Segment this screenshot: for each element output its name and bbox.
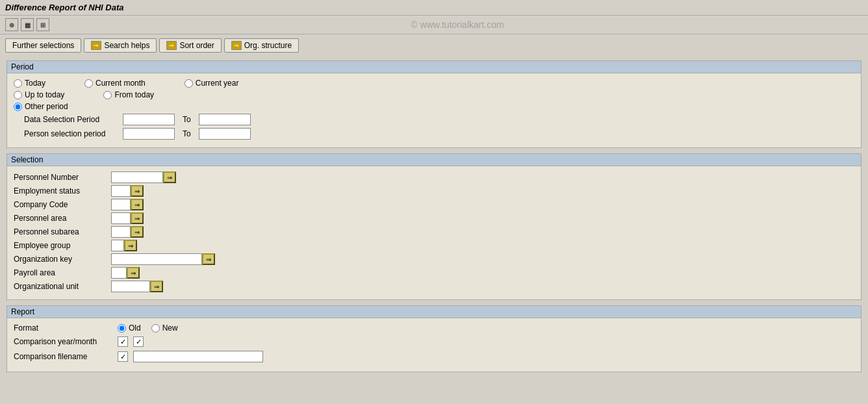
personnel-area-row: Personnel area ⇒ [14, 212, 854, 224]
employment-status-row: Employment status ⇒ [14, 185, 854, 197]
period-section-header: Period [7, 61, 861, 73]
radio-from-today-label: From today [114, 90, 154, 99]
radio-current-month-input[interactable] [84, 79, 93, 88]
org-structure-label: Org. structure [244, 41, 292, 50]
radio-other-period-label: Other period [25, 102, 68, 111]
report-section-body: Format Old New Comparison year/month ✓ ✓ [7, 318, 861, 372]
personnel-area-arrow-btn[interactable]: ⇒ [131, 212, 144, 224]
employee-group-label: Employee group [14, 241, 111, 250]
comparison-filename-row: Comparison filename ✓ [14, 351, 854, 362]
personnel-subarea-arrow-btn[interactable]: ⇒ [131, 226, 144, 238]
radio-current-month-label: Current month [96, 79, 146, 88]
radio-up-to-today-input[interactable] [14, 91, 22, 99]
comparison-year-month-label: Comparison year/month [14, 337, 118, 346]
tab-sort-order[interactable]: ⇒ Sort order [159, 38, 221, 53]
tab-org-structure[interactable]: ⇒ Org. structure [224, 38, 299, 53]
radio-other-period-input[interactable] [14, 103, 22, 111]
title-bar: Difference Report of NHI Data [0, 0, 868, 16]
personnel-number-input[interactable] [111, 171, 163, 183]
radio-up-to-today-label: Up to today [25, 90, 64, 99]
employment-status-label: Employment status [14, 186, 111, 196]
radio-other-period: Other period [14, 102, 68, 111]
sort-order-label: Sort order [179, 41, 214, 50]
organizational-unit-row: Organizational unit ⇒ [14, 281, 854, 292]
personnel-number-label: Personnel Number [14, 173, 111, 182]
grid-icon[interactable]: ▦ [21, 18, 34, 31]
company-code-arrow-btn[interactable]: ⇒ [131, 199, 144, 210]
organizational-unit-input[interactable] [111, 281, 150, 292]
comparison-filename-input[interactable] [133, 351, 263, 362]
to-label-1: To [183, 115, 191, 124]
payroll-area-input[interactable] [111, 267, 127, 279]
person-selection-period-to[interactable] [199, 128, 251, 140]
personnel-subarea-input[interactable] [111, 226, 131, 238]
radio-up-to-today: Up to today [14, 90, 64, 99]
radio-today-label: Today [25, 79, 45, 88]
person-selection-period-from[interactable] [123, 128, 175, 140]
person-selection-period-label: Person selection period [14, 129, 118, 138]
employee-group-row: Employee group ⇒ [14, 240, 854, 251]
selection-section-body: Personnel Number ⇒ Employment status ⇒ C… [7, 166, 861, 299]
company-code-label: Company Code [14, 200, 111, 209]
employee-group-arrow-btn[interactable]: ⇒ [124, 240, 137, 251]
comparison-filename-area: ✓ [118, 351, 263, 362]
radio-today-input[interactable] [14, 79, 22, 88]
tab-search-helps[interactable]: ⇒ Search helps [84, 38, 157, 53]
radio-new-input[interactable] [151, 324, 160, 333]
toolbar: ⊕ ▦ ⊞ © www.tutorialkart.com [0, 16, 868, 34]
personnel-area-input[interactable] [111, 212, 131, 224]
period-section-body: Today Current month Current year Up to t… [7, 73, 861, 147]
radio-from-today: From today [103, 90, 154, 99]
person-selection-period-row: Person selection period To [14, 128, 854, 140]
radio-old-label: Old [129, 323, 141, 333]
employment-status-arrow-btn[interactable]: ⇒ [131, 185, 144, 197]
payroll-area-row: Payroll area ⇒ [14, 267, 854, 279]
radio-today: Today [14, 79, 45, 88]
radio-new: New [151, 323, 178, 333]
search-helps-arrow-icon: ⇒ [91, 41, 101, 50]
comparison-filename-label: Comparison filename [14, 352, 118, 361]
format-row: Format Old New [14, 323, 854, 333]
selection-section-header: Selection [7, 154, 861, 166]
organizational-unit-label: Organizational unit [14, 282, 111, 291]
page-title: Difference Report of NHI Data [5, 3, 124, 12]
radio-old-input[interactable] [118, 324, 126, 333]
comparison-year-month-checkbox-2[interactable]: ✓ [133, 336, 144, 347]
employee-group-input[interactable] [111, 240, 124, 251]
personnel-subarea-label: Personnel subarea [14, 227, 111, 236]
company-code-row: Company Code ⇒ [14, 199, 854, 210]
data-selection-period-from[interactable] [123, 114, 175, 125]
to-label-2: To [183, 129, 191, 138]
radio-new-label: New [162, 323, 178, 333]
organization-key-input[interactable] [111, 253, 202, 265]
watermark: © www.tutorialkart.com [52, 19, 863, 30]
personnel-number-arrow-btn[interactable]: ⇒ [163, 171, 176, 183]
comparison-year-month-checkbox-1[interactable]: ✓ [118, 336, 128, 347]
radio-current-month: Current month [84, 79, 146, 88]
report-section: Report Format Old New Comparison year/mo… [6, 305, 862, 372]
payroll-area-arrow-btn[interactable]: ⇒ [127, 267, 140, 279]
radio-current-year-input[interactable] [185, 79, 193, 88]
org-structure-arrow-icon: ⇒ [231, 41, 242, 50]
period-section: Period Today Current month Current year [6, 60, 862, 148]
format-label: Format [14, 323, 118, 333]
nav-icon[interactable]: ⊕ [5, 18, 18, 31]
data-selection-period-label: Data Selection Period [14, 115, 118, 124]
radio-current-year-label: Current year [196, 79, 239, 88]
comparison-year-month-row: Comparison year/month ✓ ✓ [14, 336, 854, 347]
radio-old: Old [118, 323, 141, 333]
employment-status-input[interactable] [111, 185, 131, 197]
export-icon[interactable]: ⊞ [36, 18, 49, 31]
radio-from-today-input[interactable] [103, 91, 112, 99]
comparison-filename-checkbox[interactable]: ✓ [118, 351, 128, 362]
tab-further-selections[interactable]: Further selections [5, 38, 81, 53]
personnel-number-row: Personnel Number ⇒ [14, 171, 854, 183]
company-code-input[interactable] [111, 199, 131, 210]
organization-key-arrow-btn[interactable]: ⇒ [202, 253, 215, 265]
personnel-area-label: Personnel area [14, 214, 111, 223]
data-selection-period-to[interactable] [199, 114, 251, 125]
organizational-unit-arrow-btn[interactable]: ⇒ [150, 281, 163, 292]
search-helps-label: Search helps [104, 41, 149, 50]
report-section-header: Report [7, 306, 861, 318]
period-row-2: Up to today From today [14, 90, 854, 99]
